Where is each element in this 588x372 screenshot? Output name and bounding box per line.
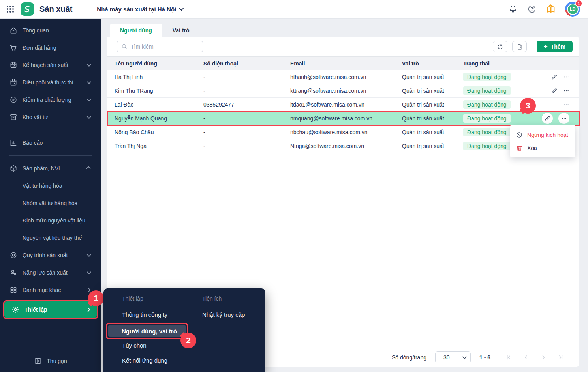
column-header-actions — [527, 60, 579, 67]
table-row[interactable]: Nông Bảo Châu - nbchau@software.misa.com… — [107, 125, 579, 139]
chevron-down-icon — [179, 6, 184, 11]
chevron-down-icon — [87, 114, 91, 119]
collapse-sidebar-button[interactable]: Thu gọn — [0, 350, 101, 372]
next-page-button[interactable] — [540, 354, 547, 361]
popup-item-nhat-ky-truy-cap[interactable]: Nhật ký truy cập — [202, 311, 245, 318]
help-icon[interactable] — [527, 4, 537, 14]
first-page-button[interactable] — [505, 354, 512, 361]
add-user-button[interactable]: + Thêm — [537, 41, 573, 52]
product-cube-icon — [9, 165, 17, 172]
last-page-button[interactable] — [558, 354, 564, 361]
sidebar-item-dieu-phoi-va-thuc-thi[interactable]: Điều phối và thực thi — [0, 74, 101, 91]
popup-section-title-utilities: Tiện ích — [202, 295, 222, 302]
sidebar-subitem-dinh-muc-nguyen-vat-lieu[interactable]: Định mức nguyên vật liệu — [0, 212, 101, 229]
table-row[interactable]: Trần Thị Nga - Ntnga@software.misa.com.v… — [107, 139, 579, 153]
rows-per-page-label: Số dòng/trang — [392, 354, 426, 361]
column-header-name[interactable]: Tên người dùng — [107, 60, 196, 67]
app-launcher-icon[interactable] — [6, 4, 15, 14]
sidebar-item-label: Sản phẩm, NVL — [23, 165, 82, 172]
page-size-value: 30 — [443, 354, 450, 361]
refresh-button[interactable] — [493, 41, 507, 52]
edit-icon[interactable] — [551, 74, 558, 80]
popup-item-ket-noi-ung-dung[interactable]: Kết nối ứng dụng — [122, 357, 167, 364]
sidebar-item-label: Tổng quan — [23, 27, 92, 34]
cell-role: Quản trị sản xuất — [395, 115, 456, 122]
notification-bell-icon[interactable] — [508, 4, 518, 14]
more-actions-icon[interactable] — [563, 88, 569, 94]
table-row[interactable]: Lai Đào 0385292477 ltdao1@software.misa.… — [107, 98, 579, 112]
more-actions-icon[interactable] — [563, 101, 569, 108]
table-row[interactable]: Hà Thị Linh - hthanh@software.misa.com.v… — [107, 70, 579, 84]
search-box[interactable] — [117, 41, 203, 52]
tab-nguoi-dung[interactable]: Người dùng — [110, 24, 162, 37]
cell-role: Quản trị sản xuất — [395, 143, 456, 149]
sidebar-subitem-label: Định mức nguyên vật liệu — [23, 217, 85, 224]
sidebar-item-don-dat-hang[interactable]: Đơn đặt hàng — [0, 39, 101, 56]
popup-item-tuy-chon[interactable]: Tùy chọn — [122, 342, 147, 349]
menu-item-delete[interactable]: Xóa — [510, 141, 575, 154]
sidebar-item-danh-muc-khac[interactable]: Danh mục khác — [0, 281, 101, 299]
search-input[interactable] — [131, 43, 199, 50]
column-header-phone[interactable]: Số điện thoại — [196, 60, 283, 67]
toolbar: + Thêm — [107, 37, 579, 56]
sidebar-item-kho-vat-tu[interactable]: Kho vật tư — [0, 108, 101, 126]
sidebar-item-tong-quan[interactable]: Tổng quan — [0, 22, 101, 39]
sidebar-item-ke-hoach-san-xuat[interactable]: Kế hoạch sản xuất — [0, 56, 101, 74]
sidebar-item-label: Kế hoạch sản xuất — [23, 62, 82, 68]
home-icon — [9, 26, 17, 34]
annotation-box-step2: Người dùng, vai trò — [106, 323, 188, 339]
calendar-plan-icon — [9, 61, 17, 69]
sidebar-item-label: Danh mục khác — [23, 287, 82, 293]
column-header-email[interactable]: Email — [283, 60, 395, 67]
calendar-clock-icon — [9, 79, 17, 86]
chevron-down-icon — [87, 97, 91, 101]
column-header-status[interactable]: Trạng thái — [456, 60, 527, 67]
sidebar-item-label: Điều phối và thực thi — [23, 79, 82, 86]
notification-count-badge: 1 — [575, 0, 582, 7]
sidebar-item-quy-trinh-san-xuat[interactable]: Quy trình sản xuất — [0, 247, 101, 264]
sidebar-item-nang-luc-san-xuat[interactable]: Năng lực sản xuất — [0, 264, 101, 281]
sidebar-item-bao-cao[interactable]: Báo cáo — [0, 134, 101, 151]
more-actions-icon[interactable] — [558, 113, 569, 124]
page-size-select[interactable]: 30 — [435, 351, 471, 363]
prev-page-button[interactable] — [523, 354, 529, 361]
chevron-right-icon — [86, 288, 90, 292]
tips-guide-icon[interactable] — [546, 4, 556, 14]
sidebar-item-label: Kiểm tra chất lượng — [23, 97, 82, 103]
cell-email: nbchau@software.misa.com.vn — [283, 129, 395, 135]
popup-item-thong-tin-cong-ty[interactable]: Thông tin công ty — [122, 311, 167, 318]
chevron-down-icon — [87, 270, 91, 274]
popup-item-nguoi-dung-vai-tro[interactable]: Người dùng, vai trò — [108, 325, 186, 337]
annotation-step-1: 1 — [88, 290, 104, 306]
edit-icon[interactable] — [542, 113, 553, 124]
status-badge: Đang hoạt động — [463, 114, 511, 123]
sidebar-item-san-pham-nvl[interactable]: Sản phẩm, NVL — [0, 160, 101, 177]
chevron-right-icon — [86, 307, 90, 312]
cell-phone: - — [196, 129, 283, 135]
sidebar-item-thiet-lap[interactable]: Thiết lập — [4, 301, 97, 318]
table-header: Tên người dùng Số điện thoại Email Vai t… — [107, 56, 579, 70]
more-actions-icon[interactable] — [563, 74, 569, 80]
export-button[interactable] — [512, 41, 527, 52]
collapse-panel-icon — [34, 357, 42, 365]
top-header: Sản xuất Nhà máy sản xuất tại Hà Nội — [0, 0, 588, 19]
chevron-down-icon — [87, 252, 91, 257]
workspace-selector[interactable]: Nhà máy sản xuất tại Hà Nội — [97, 6, 182, 13]
status-badge: Đang hoạt động — [463, 86, 511, 95]
table-row-selected[interactable]: Nguyễn Mạnh Quang - nmquang@software.mis… — [107, 112, 579, 125]
sidebar-subitem-vat-tu-hang-hoa[interactable]: Vật tư hàng hóa — [0, 177, 101, 194]
edit-icon[interactable] — [551, 88, 558, 94]
sidebar-subitem-label: Nguyên vật liệu thay thế — [23, 235, 82, 241]
annotation-step-2: 2 — [180, 333, 196, 348]
app-logo — [21, 2, 34, 16]
avatar[interactable]: LD 1 — [565, 2, 580, 17]
menu-item-deactivate[interactable]: Ngừng kích hoạt — [510, 128, 575, 141]
sidebar-item-kiem-tra-chat-luong[interactable]: Kiểm tra chất lượng — [0, 91, 101, 108]
sidebar-subitem-nguyen-vat-lieu-thay-the[interactable]: Nguyên vật liệu thay thế — [0, 229, 101, 247]
column-header-role[interactable]: Vai trò — [395, 60, 456, 67]
table-row[interactable]: Kim Thu TRang - kttrang@software.misa.co… — [107, 84, 579, 98]
settings-popup: Thiết lập Thông tin công ty Người dùng, … — [103, 288, 265, 372]
page-title: Sản xuất — [39, 5, 72, 14]
sidebar-subitem-nhom-vat-tu-hang-hoa[interactable]: Nhóm vật tư hàng hóa — [0, 194, 101, 212]
tab-vai-tro[interactable]: Vai trò — [162, 24, 200, 37]
